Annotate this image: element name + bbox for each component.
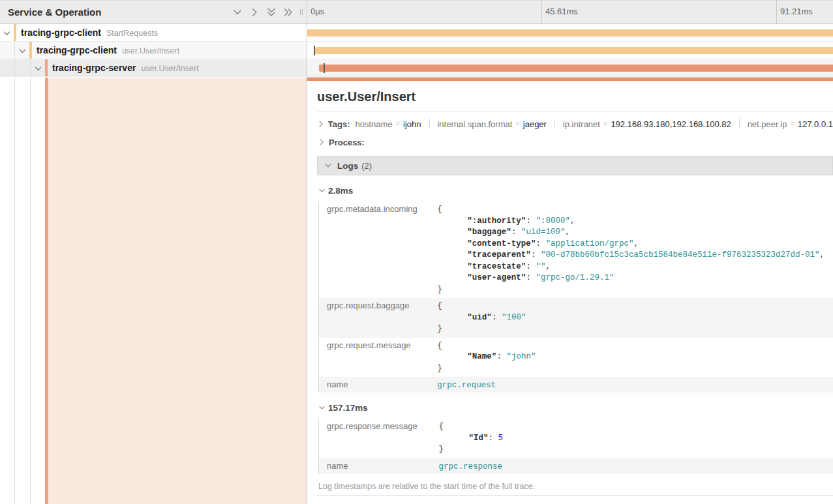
span-duration-bar[interactable]: [315, 47, 833, 54]
span-rows: tracing-grpc-clientStartRequeststracing-…: [0, 24, 833, 77]
log-field-key: grpc.metadata.incoming: [319, 201, 430, 298]
logs-count: (2): [361, 161, 372, 171]
ruler-tick-label: 91.21ms: [780, 7, 813, 16]
log-field-key: name: [319, 458, 431, 474]
column-divider[interactable]: [307, 1, 307, 504]
tree-indent-guide: [14, 42, 15, 59]
logs-footer-note: Log timestamps are relative to the start…: [317, 474, 833, 495]
span-operation-name: StartRequests: [106, 29, 158, 38]
tag-key: internal.span.format: [437, 119, 512, 129]
span-row[interactable]: tracing-grpc-clientuser.User/Insert: [0, 42, 833, 59]
tag-value: ijohn: [403, 119, 421, 129]
log-timestamp: 157.17ms: [328, 403, 368, 413]
timeline-ruler: 0μs45.61ms91.21ms: [307, 1, 833, 24]
log-entry-toggle[interactable]: 157.17ms: [317, 401, 833, 415]
span-service-name: tracing-grpc-clientuser.User/Insert: [37, 45, 179, 55]
span-color-bar: [14, 24, 16, 41]
log-field-key: grpc.response.message: [319, 419, 431, 458]
selected-span-color-bar: [45, 78, 48, 504]
chevron-right-icon[interactable]: [249, 7, 260, 18]
title-divider: [317, 111, 833, 111]
span-log-marker: [324, 63, 325, 73]
double-chevron-down-icon[interactable]: [265, 7, 277, 18]
tag-item: hostname=ijohn: [356, 119, 421, 129]
tag-separator: [739, 119, 740, 129]
tag-equals: =: [603, 120, 607, 128]
span-duration-cell: [307, 59, 833, 76]
span-row[interactable]: tracing-grpc-clientStartRequests: [0, 24, 833, 42]
tag-value: 192.168.93.180,192.168.100.82: [611, 119, 731, 129]
chevron-down-icon: [317, 187, 326, 194]
json-value: { "Id": 5 }: [439, 421, 825, 456]
span-service-name: tracing-grpc-clientStartRequests: [21, 27, 158, 38]
tree-indent-guide: [14, 78, 15, 504]
log-field-value: { "Id": 5 }: [431, 419, 833, 458]
ruler-tick-label: 45.61ms: [545, 7, 578, 16]
log-field-row: grpc.response.message{ "Id": 5 }: [319, 419, 833, 458]
tag-key: ip.intranet: [563, 119, 600, 129]
ruler-tick: [541, 1, 542, 23]
span-operation-name: user.User/Insert: [141, 64, 198, 73]
span-duration-bar[interactable]: [307, 29, 833, 37]
chevron-down-icon: [317, 404, 326, 411]
span-operation-name: user.User/Insert: [122, 46, 179, 55]
log-field-row: namegrpc.response: [319, 458, 833, 474]
span-row[interactable]: tracing-grpc-serveruser.User/Insert: [0, 59, 833, 77]
span-color-bar: [29, 42, 32, 59]
span-name-cell: tracing-grpc-serveruser.User/Insert: [0, 59, 307, 76]
log-field-value: { ":authority": ":8000", "baggage": "uid…: [429, 201, 832, 298]
tree-indent-guide: [14, 59, 15, 76]
log-field-value: grpc.response: [431, 458, 833, 474]
trace-timeline-view: Service & Operation 0μs45.61ms91.21ms tr…: [0, 0, 833, 504]
span-color-bar: [45, 59, 48, 76]
double-chevron-right-icon[interactable]: [282, 7, 294, 18]
tag-value: 127.0.0.1: [798, 119, 833, 129]
service-operation-title: Service & Operation: [8, 7, 232, 18]
logs-section-toggle[interactable]: Logs (2): [317, 156, 833, 175]
selected-span-tint: [48, 78, 307, 504]
log-fields-table: grpc.response.message{ "Id": 5 }namegrpc…: [318, 419, 833, 474]
chevron-down-icon[interactable]: [18, 46, 27, 55]
log-field-string-value: grpc.response: [439, 462, 503, 471]
tag-equals: =: [515, 120, 519, 128]
process-section-toggle[interactable]: Process:: [317, 135, 833, 149]
span-duration-cell: [307, 42, 833, 59]
log-field-key: grpc.request.message: [319, 338, 430, 378]
span-service-name: tracing-grpc-serveruser.User/Insert: [52, 63, 199, 73]
chevron-down-icon[interactable]: [2, 29, 11, 38]
log-field-row: namegrpc.request: [319, 377, 833, 393]
span-name-cell: tracing-grpc-clientuser.User/Insert: [0, 42, 307, 59]
tag-separator: [429, 119, 430, 129]
tree-indent-guide: [30, 78, 31, 504]
json-value: { "Name": "john" }: [437, 340, 825, 375]
log-field-row: grpc.request.message{ "Name": "john" }: [319, 338, 833, 378]
log-entry-toggle[interactable]: 2.8ms: [317, 184, 833, 198]
log-field-key: grpc.request.baggage: [319, 298, 430, 338]
tag-equals: =: [790, 120, 794, 128]
tag-value: jaeger: [523, 119, 547, 129]
chevron-down-icon[interactable]: [232, 7, 243, 18]
column-resizer-grip[interactable]: [300, 9, 303, 16]
ruler-tick-label: 0μs: [310, 7, 324, 16]
log-fields-table: grpc.metadata.incoming{ ":authority": ":…: [318, 201, 833, 393]
chevron-down-icon[interactable]: [33, 64, 42, 73]
log-field-value: { "uid": "100" }: [429, 298, 832, 338]
chevron-down-icon: [323, 162, 333, 170]
selected-span-indent-column: [0, 78, 307, 504]
json-value: { ":authority": ":8000", "baggage": "uid…: [437, 204, 825, 295]
span-detail-title: user.User/Insert: [317, 89, 833, 104]
span-duration-bar[interactable]: [319, 65, 833, 72]
tag-item: ip.intranet=192.168.93.180,192.168.100.8…: [563, 119, 731, 129]
log-field-string-value: grpc.request: [437, 381, 496, 390]
tag-key: net.peer.ip: [748, 119, 787, 129]
logs-section: Logs (2) 2.8msgrpc.metadata.incoming{ ":…: [317, 156, 833, 496]
log-field-value: grpc.request: [429, 377, 832, 393]
service-operation-header: Service & Operation: [0, 1, 307, 24]
log-timestamp: 2.8ms: [328, 186, 353, 196]
tags-section-toggle[interactable]: Tags: hostname=ijohninternal.span.format…: [317, 117, 833, 131]
log-field-row: grpc.metadata.incoming{ ":authority": ":…: [319, 201, 833, 298]
tag-item: internal.span.format=jaeger: [437, 119, 546, 129]
tag-separator: [554, 119, 555, 129]
log-field-key: name: [319, 377, 430, 393]
chevron-right-icon: [317, 120, 326, 128]
